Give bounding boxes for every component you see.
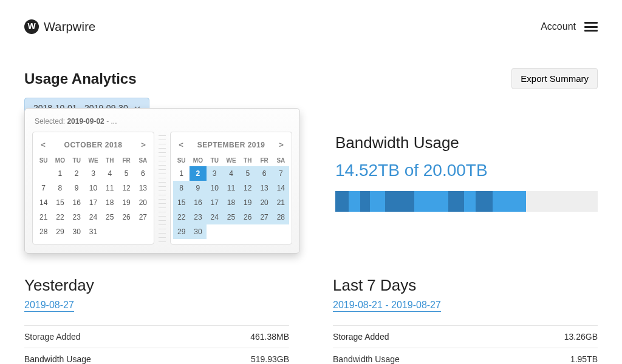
calendar-day[interactable]: 31 bbox=[85, 224, 101, 239]
yesterday-date-link[interactable]: 2019-08-27 bbox=[24, 300, 74, 312]
bandwidth-usage-panel: Bandwidth Usage 14.52TB of 20.00TB bbox=[335, 133, 598, 212]
export-summary-button[interactable]: Export Summary bbox=[511, 68, 598, 89]
calendar-day[interactable]: 20 bbox=[256, 195, 272, 210]
prev-month-button[interactable]: < bbox=[35, 136, 51, 152]
dow-label: SU bbox=[35, 154, 52, 166]
date-range-popover: Selected: 2019-09-02 - ... < OCTOBER 201… bbox=[24, 108, 300, 254]
bandwidth-amount: 14.52TB of 20.00TB bbox=[335, 161, 598, 180]
last7-panel: Last 7 Days 2019-08-21 - 2019-08-27 Stor… bbox=[333, 276, 598, 364]
calendar-day[interactable]: 24 bbox=[207, 210, 223, 224]
calendar-day[interactable]: 30 bbox=[190, 224, 206, 239]
dow-label: SA bbox=[273, 154, 289, 166]
calendar-day[interactable]: 17 bbox=[207, 195, 223, 210]
stat-label: Storage Added bbox=[24, 332, 81, 342]
calendar-day[interactable]: 2 bbox=[69, 166, 85, 181]
calendar-day[interactable]: 23 bbox=[190, 210, 206, 224]
calendar-day[interactable]: 14 bbox=[35, 195, 52, 210]
calendar-day[interactable]: 8 bbox=[52, 181, 68, 195]
calendar-day[interactable]: 22 bbox=[52, 210, 68, 224]
calendar-day[interactable]: 19 bbox=[239, 195, 256, 210]
account-link[interactable]: Account bbox=[541, 21, 576, 32]
calendar-day[interactable]: 22 bbox=[173, 210, 190, 224]
calendar-day[interactable]: 2 bbox=[190, 166, 206, 181]
bandwidth-bar-segment bbox=[360, 191, 370, 212]
calendar-day[interactable]: 5 bbox=[239, 166, 256, 181]
calendar-day[interactable]: 30 bbox=[69, 224, 85, 239]
calendar-day[interactable]: 8 bbox=[173, 181, 190, 195]
bandwidth-bar-segment bbox=[370, 191, 385, 212]
calendar-right-title: SEPTEMBER 2019 bbox=[197, 141, 265, 149]
calendar-day[interactable]: 28 bbox=[35, 224, 52, 239]
calendar-right: < SEPTEMBER 2019 > SUMOTUWETHFRSA 123456… bbox=[170, 132, 292, 244]
calendar-day[interactable]: 21 bbox=[35, 210, 52, 224]
menu-icon[interactable] bbox=[584, 22, 598, 32]
stat-row: Bandwidth Usage1.95TB bbox=[333, 348, 598, 364]
calendar-day[interactable]: 15 bbox=[173, 195, 190, 210]
calendar-day[interactable]: 16 bbox=[69, 195, 85, 210]
calendar-day[interactable]: 4 bbox=[101, 166, 118, 181]
calendar-day[interactable]: 1 bbox=[173, 166, 190, 181]
calendar-day[interactable]: 18 bbox=[101, 195, 118, 210]
calendar-day[interactable]: 16 bbox=[190, 195, 206, 210]
dow-label: MO bbox=[52, 154, 68, 166]
calendar-day[interactable]: 21 bbox=[273, 195, 289, 210]
calendar-day[interactable]: 5 bbox=[118, 166, 134, 181]
selected-prefix: Selected: bbox=[35, 117, 65, 126]
selected-date: 2019-09-02 bbox=[67, 117, 104, 126]
calendar-day[interactable]: 24 bbox=[85, 210, 101, 224]
calendar-day[interactable]: 29 bbox=[52, 224, 68, 239]
calendar-day[interactable]: 29 bbox=[173, 224, 190, 239]
dow-label: TU bbox=[207, 154, 223, 166]
calendar-day[interactable]: 28 bbox=[273, 210, 289, 224]
calendar-day[interactable]: 26 bbox=[239, 210, 256, 224]
calendar-day[interactable]: 3 bbox=[207, 166, 223, 181]
prev-month-button-2[interactable]: < bbox=[173, 136, 189, 152]
calendar-day[interactable]: 27 bbox=[256, 210, 272, 224]
calendar-day[interactable]: 25 bbox=[101, 210, 118, 224]
calendar-day[interactable]: 17 bbox=[85, 195, 101, 210]
dow-label: TH bbox=[101, 154, 118, 166]
calendar-day[interactable]: 19 bbox=[118, 195, 134, 210]
last7-date-link[interactable]: 2019-08-21 - 2019-08-27 bbox=[333, 300, 441, 312]
calendar-day[interactable]: 6 bbox=[135, 166, 151, 181]
bandwidth-title: Bandwidth Usage bbox=[335, 133, 598, 152]
calendar-day[interactable]: 14 bbox=[273, 181, 289, 195]
calendar-day[interactable]: 25 bbox=[223, 210, 239, 224]
next-month-button[interactable]: > bbox=[135, 136, 151, 152]
bandwidth-bar-segment bbox=[464, 191, 476, 212]
bandwidth-bar-segment bbox=[385, 191, 414, 212]
calendar-day[interactable]: 10 bbox=[207, 181, 223, 195]
popover-selected-text: Selected: 2019-09-02 - ... bbox=[35, 117, 290, 126]
calendar-day[interactable]: 9 bbox=[69, 181, 85, 195]
calendar-day[interactable]: 11 bbox=[223, 181, 239, 195]
calendar-day[interactable]: 7 bbox=[273, 166, 289, 181]
calendar-day[interactable]: 26 bbox=[118, 210, 134, 224]
brand[interactable]: W Warpwire bbox=[24, 19, 95, 34]
calendar-day[interactable]: 12 bbox=[239, 181, 256, 195]
calendar-day[interactable]: 13 bbox=[135, 181, 151, 195]
selected-dash: - bbox=[106, 117, 109, 126]
calendar-day[interactable]: 9 bbox=[190, 181, 206, 195]
calendar-day[interactable]: 18 bbox=[223, 195, 239, 210]
calendar-day[interactable]: 10 bbox=[85, 181, 101, 195]
calendar-day[interactable]: 11 bbox=[101, 181, 118, 195]
calendar-day[interactable]: 1 bbox=[52, 166, 68, 181]
stat-row: Bandwidth Usage519.93GB bbox=[24, 348, 289, 364]
calendar-day[interactable]: 12 bbox=[118, 181, 134, 195]
dow-label: SA bbox=[135, 154, 151, 166]
calendar-day[interactable]: 20 bbox=[135, 195, 151, 210]
bandwidth-bar-segment bbox=[335, 191, 349, 212]
stat-row: Storage Added461.38MB bbox=[24, 325, 289, 348]
calendar-day[interactable]: 27 bbox=[135, 210, 151, 224]
calendar-day[interactable]: 23 bbox=[69, 210, 85, 224]
calendar-day[interactable]: 15 bbox=[52, 195, 68, 210]
next-month-button-2[interactable]: > bbox=[273, 136, 289, 152]
calendar-day[interactable]: 3 bbox=[85, 166, 101, 181]
bandwidth-bar-segment bbox=[414, 191, 448, 212]
dow-label: SU bbox=[173, 154, 190, 166]
calendar-day[interactable]: 13 bbox=[256, 181, 272, 195]
calendar-day[interactable]: 6 bbox=[256, 166, 272, 181]
calendar-day[interactable]: 4 bbox=[223, 166, 239, 181]
dow-label: TU bbox=[69, 154, 85, 166]
calendar-day[interactable]: 7 bbox=[35, 181, 52, 195]
